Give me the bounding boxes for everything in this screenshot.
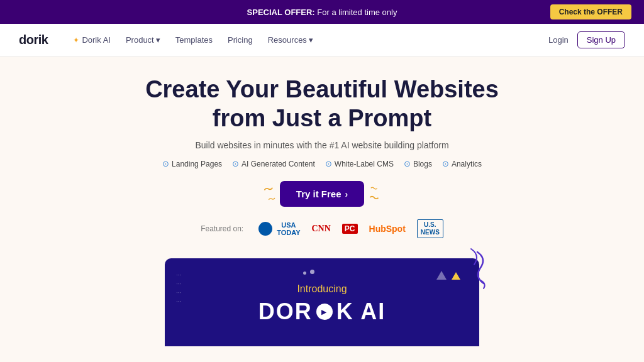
check-icon: ⊙	[162, 159, 169, 168]
press-logos: USATODAY CNN PC HubSpot U.S.NEWS	[258, 219, 443, 238]
nav-item-pricing[interactable]: Pricing	[228, 35, 253, 45]
preview-introducing: Introducing	[184, 283, 460, 295]
feature-landing-pages: ⊙ Landing Pages	[162, 159, 222, 168]
nav-item-dorik-ai[interactable]: ✦ Dorik AI	[73, 35, 111, 45]
feature-label-3: White-Label CMS	[335, 160, 394, 168]
nav-label-dorik-ai: Dorik AI	[82, 35, 111, 45]
nav-label-pricing: Pricing	[228, 35, 253, 45]
deco-dots: ············	[176, 271, 181, 306]
check-icon-3: ⊙	[325, 159, 332, 168]
cnn-logo: CNN	[312, 224, 331, 234]
banner-text: SPECIAL OFFER: For a limited time only	[247, 8, 397, 17]
feature-ai-content: ⊙ AI Generated Content	[232, 159, 315, 168]
deco-circle-large	[310, 270, 314, 274]
spark-left-icon: 〜 〜	[262, 184, 276, 204]
check-offer-button[interactable]: Check the OFFER	[550, 4, 631, 19]
squiggle-decoration	[440, 246, 490, 296]
offer-label: SPECIAL OFFER:	[247, 8, 315, 17]
logo[interactable]: dorik	[19, 33, 48, 47]
nav-label-resources: Resources	[268, 35, 307, 45]
feature-label-2: AI Generated Content	[242, 160, 315, 168]
feature-whitelabel: ⊙ White-Label CMS	[325, 159, 394, 168]
featured-label: Featured on:	[201, 224, 243, 233]
navbar: dorik ✦ Dorik AI Product ▾ Templates Pri…	[0, 24, 644, 57]
nav-item-resources[interactable]: Resources ▾	[268, 35, 313, 45]
signup-button[interactable]: Sign Up	[577, 31, 625, 48]
hero-subtitle: Build websites in minutes with the #1 AI…	[13, 140, 631, 150]
usa-dot	[258, 222, 272, 236]
chevron-down-icon-resources: ▾	[309, 35, 313, 45]
feature-analytics: ⊙ Analytics	[442, 159, 482, 168]
hero-title: Create Your Beautiful Websites from Just…	[127, 75, 517, 133]
preview-card: ············ Introducing DOR ▶ K AI	[165, 258, 479, 346]
chevron-down-icon: ▾	[156, 35, 160, 45]
nav-item-product[interactable]: Product ▾	[126, 35, 160, 45]
offer-text: For a limited time only	[317, 8, 397, 17]
hero-section: Create Your Beautiful Websites from Just…	[0, 57, 644, 258]
pc-logo: PC	[342, 224, 358, 234]
check-icon-4: ⊙	[404, 159, 411, 168]
spark-right-icon: 〜 〜	[368, 184, 382, 204]
deco-circles	[303, 270, 314, 275]
hubspot-logo: HubSpot	[369, 224, 406, 234]
feature-label-5: Analytics	[452, 160, 482, 168]
star-icon: ✦	[73, 36, 79, 45]
try-free-label: Try it Free	[296, 189, 341, 199]
nav-item-templates[interactable]: Templates	[175, 35, 213, 45]
usnews-logo: U.S.NEWS	[417, 219, 443, 238]
cta-area: 〜 〜 Try it Free › 〜 〜	[13, 181, 631, 207]
hero-features: ⊙ Landing Pages ⊙ AI Generated Content ⊙…	[13, 159, 631, 168]
nav-label-product: Product	[126, 35, 154, 45]
featured-row: Featured on: USATODAY CNN PC HubSpot U.S…	[13, 219, 631, 238]
feature-label-4: Blogs	[413, 160, 432, 168]
usa-text: USATODAY	[277, 221, 300, 236]
deco-circle-small	[303, 272, 306, 275]
brand-part1: DOR	[258, 299, 313, 325]
brand-part2: K AI	[336, 299, 386, 325]
play-icon: ▶	[316, 304, 333, 320]
feature-label: Landing Pages	[172, 160, 222, 168]
check-icon-5: ⊙	[442, 159, 449, 168]
preview-section: ············ Introducing DOR ▶ K AI	[0, 258, 644, 346]
try-free-button[interactable]: Try it Free ›	[280, 181, 364, 207]
check-icon-2: ⊙	[232, 159, 239, 168]
preview-brand: DOR ▶ K AI	[184, 299, 460, 325]
usa-today-logo: USATODAY	[258, 221, 300, 236]
login-button[interactable]: Login	[548, 35, 569, 45]
arrow-icon: ›	[345, 189, 348, 199]
nav-label-templates: Templates	[175, 35, 213, 45]
nav-actions: Login Sign Up	[548, 31, 625, 48]
feature-blogs: ⊙ Blogs	[404, 159, 432, 168]
nav-links: ✦ Dorik AI Product ▾ Templates Pricing R…	[73, 35, 548, 45]
top-banner: SPECIAL OFFER: For a limited time only C…	[0, 0, 644, 24]
